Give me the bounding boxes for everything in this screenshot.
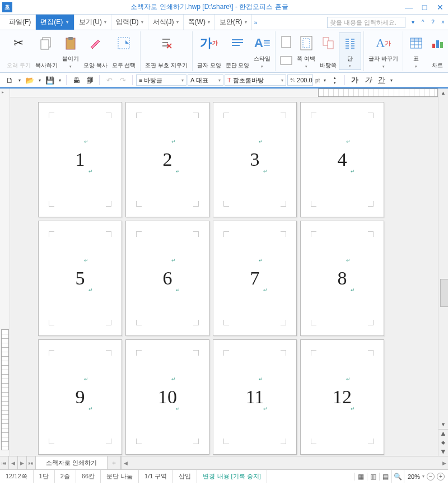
para-shape-button[interactable]: 문단 모양 [223, 32, 252, 70]
represent-combo[interactable]: A대표▾ [188, 74, 223, 86]
search-dropdown[interactable]: ▾ [408, 15, 418, 30]
redo-button[interactable]: ↷ [116, 74, 129, 86]
menu-format[interactable]: 서식(J)▾ [148, 15, 184, 30]
close-doc-button[interactable]: × [438, 15, 448, 30]
underline-button[interactable]: 간 [375, 74, 388, 86]
menu-security[interactable]: 보안(R)▾ [215, 15, 252, 30]
menu-view[interactable]: 보기(U)▾ [74, 15, 111, 30]
scroll-up-button[interactable]: ▲ [438, 88, 448, 97]
menu-file[interactable]: 파일(F) [4, 15, 36, 30]
zoom-tool-button[interactable]: 🔍 [391, 470, 404, 483]
zoom-out-button[interactable]: − [427, 473, 435, 481]
cut-button[interactable]: ✂ 오려 두기 [4, 32, 33, 70]
page-thumbnail[interactable]: ↵8↵ [300, 221, 384, 336]
pages-viewport[interactable]: ↵1↵↵2↵↵3↵↵4↵↵5↵↵6↵↵7↵↵8↵↵9↵↵10↵↵11↵↵12↵ [10, 88, 438, 456]
page-margin-button[interactable]: 쪽 여백 ▾ [295, 32, 318, 70]
tab-next-button[interactable]: ▶ [18, 456, 27, 469]
page-thumbnail[interactable]: ↵3↵ [213, 102, 297, 217]
tab-first-button[interactable]: ⏮ [0, 456, 9, 469]
prev-page-button[interactable]: ⯅ [438, 429, 448, 438]
svg-rect-12 [410, 38, 422, 41]
copy-button[interactable]: 복사하기 [33, 32, 60, 70]
zoom-in-button[interactable]: + [437, 473, 445, 481]
page-thumbnail[interactable]: ↵11↵ [213, 339, 297, 455]
size-down-button[interactable]: ▾ [329, 80, 341, 85]
char-replace-button[interactable]: A가 글자 바꾸기 ▾ [366, 32, 400, 70]
page-thumbnail[interactable]: ↵9↵ [38, 339, 122, 455]
status-track[interactable]: 변경 내용 [기록 중지] [197, 470, 267, 483]
font-size-combo[interactable]: ⅗ 200.0 [287, 74, 313, 86]
page-thumbnail[interactable]: ↵7↵ [213, 221, 297, 336]
tab-prev-button[interactable]: ◀ [9, 456, 18, 469]
new-doc-button[interactable]: 🗋 [3, 74, 16, 86]
page-thumbnail[interactable]: ↵2↵ [125, 102, 209, 217]
menu-page[interactable]: 쪽(W)▾ [184, 15, 215, 30]
scroll-down-button[interactable]: ▼ [438, 420, 448, 429]
paste-button[interactable]: 붙이기 ▾ [60, 32, 81, 70]
shape-copy-button[interactable]: 모양 복사 [81, 32, 110, 70]
font-unit-label: pt [314, 77, 321, 83]
page-landscape-icon [279, 53, 293, 68]
page-portrait-button[interactable] [278, 34, 295, 50]
undo-button[interactable]: ↶ [103, 74, 115, 86]
page-number: 11 [246, 386, 264, 408]
collapse-ribbon-button[interactable]: ^ [418, 15, 428, 30]
erase-icon [158, 35, 175, 52]
size-up-button[interactable]: ▴ [329, 75, 341, 80]
char-replace-icon: A가 [375, 35, 392, 52]
page-thumbnail[interactable]: ↵10↵ [125, 339, 209, 455]
brush-icon [87, 35, 104, 52]
menu-edit[interactable]: 편집(E)▼ [36, 15, 74, 30]
style-combo[interactable]: ≡바탕글▾ [136, 74, 186, 86]
horizontal-scrollbar[interactable]: ◀ ▶ [121, 456, 448, 469]
menu-input[interactable]: 입력(D)▾ [111, 15, 148, 30]
section-button[interactable]: 단 ▾ [339, 32, 361, 70]
page-thumbnail[interactable]: ↵12↵ [300, 339, 384, 455]
menu-overflow[interactable]: » [252, 15, 260, 30]
vertical-ruler[interactable]: ▸ [0, 88, 10, 456]
close-button[interactable]: ✕ [435, 2, 446, 13]
search-input[interactable]: 찾을 내용을 입력하세요. [327, 17, 405, 28]
preview-button[interactable]: 🗐 [83, 74, 96, 86]
minimize-button[interactable]: — [403, 2, 414, 13]
page-thumbnail[interactable]: ↵1↵ [38, 102, 122, 217]
print-button[interactable]: 🖶 [70, 74, 82, 86]
select-all-button[interactable]: 모두 선택 [110, 32, 138, 70]
orientation-button[interactable]: 바탕쪽 [318, 32, 339, 70]
save-dd[interactable]: ▾ [57, 74, 63, 86]
svg-rect-13 [432, 44, 435, 48]
view-mode-1[interactable]: ▦ [354, 473, 367, 481]
tab-add-button[interactable]: ＋ [108, 456, 121, 469]
char-shape-button[interactable]: 가가 글자 모양 [195, 32, 223, 70]
vertical-scrollbar[interactable]: ▲ ▼ ⯅ ◆ ⯆ [438, 88, 448, 456]
object-browse-button[interactable]: ◆ [438, 438, 448, 447]
table-button[interactable]: 표 ▾ [405, 32, 427, 70]
page-thumbnail[interactable]: ↵4↵ [300, 102, 384, 217]
maximize-button[interactable]: □ [419, 2, 430, 13]
size-dd[interactable]: ▾ [322, 74, 328, 86]
document-tab[interactable]: 소책자로 인쇄하기 [36, 456, 108, 469]
next-page-button[interactable]: ⯆ [438, 447, 448, 456]
hscroll-right-button[interactable]: ▶ [440, 460, 448, 466]
new-doc-dd[interactable]: ▾ [17, 74, 22, 86]
help-button[interactable]: ? [428, 15, 438, 30]
status-mode[interactable]: 삽입 [173, 470, 197, 483]
erase-sign-button[interactable]: 조판 부호 지우기 [143, 32, 190, 70]
tab-last-button[interactable]: ⏭ [27, 456, 36, 469]
font-combo[interactable]: T함초롬바탕▾ [225, 74, 286, 86]
save-button[interactable]: 💾 [44, 74, 56, 86]
style-button[interactable]: A≡ 스타일 ▾ [251, 32, 273, 70]
open-dd[interactable]: ▾ [37, 74, 43, 86]
toolbar-dd[interactable]: ▾ [389, 74, 394, 86]
chart-button[interactable]: 차트 [427, 32, 448, 70]
page-thumbnail[interactable]: ↵6↵ [125, 221, 209, 336]
bold-button[interactable]: 가 [348, 74, 361, 86]
page-landscape-button[interactable] [278, 53, 295, 68]
view-mode-2[interactable]: ▥ [367, 473, 379, 481]
page-thumbnail[interactable]: ↵5↵ [38, 221, 122, 336]
open-button[interactable]: 📂 [24, 74, 36, 86]
view-mode-3[interactable]: ▤ [379, 473, 391, 481]
hscroll-left-button[interactable]: ◀ [122, 460, 129, 466]
side-panel-tab[interactable] [440, 279, 448, 307]
italic-button[interactable]: 가 [362, 74, 374, 86]
